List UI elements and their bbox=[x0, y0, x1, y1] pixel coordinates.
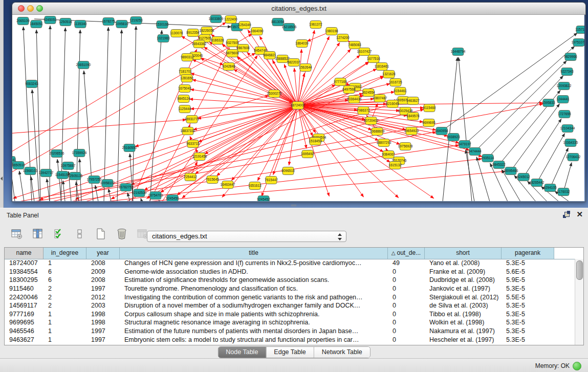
graph-node[interactable]: 1254349 bbox=[238, 21, 251, 29]
graph-node[interactable]: 17957255 bbox=[87, 176, 102, 184]
scrollbar-thumb[interactable] bbox=[576, 260, 583, 280]
graph-node[interactable]: 18265442 bbox=[530, 179, 545, 187]
graph-node[interactable]: 1518453 bbox=[309, 138, 322, 145]
row-height-icon[interactable] bbox=[72, 226, 88, 242]
table-row[interactable]: 946554611997Estimation of the future num… bbox=[5, 327, 575, 336]
graph-node[interactable]: 16463447 bbox=[221, 181, 235, 189]
graph-node[interactable]: 9245452 bbox=[257, 196, 270, 202]
graph-node[interactable]: 1530166 bbox=[156, 21, 169, 29]
graph-node[interactable]: 19751074 bbox=[572, 39, 584, 47]
graph-node[interactable]: 1695492 bbox=[301, 150, 314, 158]
graph-node[interactable]: 1157107 bbox=[576, 26, 584, 34]
graph-node[interactable]: 11568103 bbox=[23, 167, 38, 175]
graph-node[interactable]: 9633715 bbox=[186, 140, 200, 148]
graph-node[interactable]: 1727655 bbox=[558, 111, 571, 118]
graph-node[interactable]: 8912354 bbox=[186, 29, 200, 37]
graph-node[interactable]: 9242848 bbox=[222, 63, 235, 71]
graph-node[interactable]: 1562644 bbox=[299, 64, 312, 72]
graph-node[interactable]: 7485083 bbox=[348, 41, 361, 49]
graph-node[interactable]: 10688609 bbox=[370, 128, 385, 136]
graph-node[interactable]: 7986372 bbox=[357, 107, 370, 115]
graph-node[interactable]: 1616725 bbox=[389, 79, 402, 86]
graph-node[interactable]: 20651090 bbox=[76, 61, 91, 69]
graph-node[interactable]: 1250516 bbox=[59, 18, 72, 26]
graph-node[interactable]: 2065109 bbox=[16, 17, 30, 25]
graph-node[interactable]: 1095810 bbox=[115, 20, 128, 28]
graph-node[interactable]: 1980198 bbox=[325, 28, 338, 35]
graph-node[interactable]: 16782753 bbox=[119, 184, 134, 191]
graph-node[interactable]: 12706432 bbox=[566, 154, 581, 161]
graph-node[interactable]: 9245450 bbox=[166, 195, 179, 202]
table-mode-icon[interactable] bbox=[9, 226, 25, 242]
graph-node[interactable]: 16033809 bbox=[209, 15, 224, 23]
graph-node[interactable]: 9154461 bbox=[394, 87, 407, 95]
table-row[interactable]: 946362711997Embryonic stem cells: a mode… bbox=[5, 335, 575, 344]
graph-node[interactable]: 9846821 bbox=[263, 52, 276, 59]
graph-node[interactable]: 1845051 bbox=[30, 20, 43, 28]
graph-node[interactable]: 16107427 bbox=[357, 48, 372, 56]
graph-node[interactable]: 9245051 bbox=[43, 16, 57, 24]
table-row[interactable]: 969969511998Structural magnetic resonanc… bbox=[5, 318, 575, 327]
table-selector-dropdown[interactable]: citations_edges.txt bbox=[147, 231, 346, 242]
graph-node[interactable]: 19654923 bbox=[404, 127, 419, 135]
table-row[interactable]: 1456911722003Disruption of a novel membe… bbox=[5, 301, 575, 310]
graph-node[interactable]: 1961372 bbox=[309, 21, 322, 29]
table-vertical-scrollbar[interactable] bbox=[575, 259, 583, 345]
graph-node[interactable]: 9227343 bbox=[560, 68, 574, 76]
graph-node[interactable]: 7615645 bbox=[206, 176, 219, 184]
graph-node[interactable]: 5875608 bbox=[226, 50, 239, 57]
graph-node[interactable]: 10807487 bbox=[373, 95, 387, 102]
graph-node[interactable]: 16931771 bbox=[185, 116, 200, 123]
table-row[interactable]: 1830029562008Estimation of significance … bbox=[5, 276, 575, 285]
graph-node[interactable]: 18807293 bbox=[377, 139, 391, 147]
graph-node[interactable]: 9115460 bbox=[423, 104, 436, 112]
graph-node[interactable]: 9474444 bbox=[468, 148, 482, 156]
graph-node[interactable]: 1640954 bbox=[435, 127, 448, 135]
graph-node[interactable]: 1135340 bbox=[74, 20, 87, 28]
graph-node[interactable]: 1244441 bbox=[556, 96, 570, 103]
network-canvas[interactable]: 2065109184505192450511250516113534016782… bbox=[12, 15, 584, 201]
graph-node[interactable]: 9463627 bbox=[406, 97, 420, 105]
column-header-in_degree[interactable]: in_degree bbox=[43, 248, 86, 259]
graph-node[interactable]: 1595833 bbox=[542, 99, 555, 107]
graph-node[interactable]: 20206536 bbox=[50, 150, 64, 158]
graph-node[interactable]: 25300275 bbox=[267, 90, 282, 98]
float-panel-icon[interactable] bbox=[563, 211, 570, 218]
graph-node[interactable]: 1274200 bbox=[336, 34, 350, 42]
graph-node[interactable]: 1130078 bbox=[170, 30, 183, 37]
window-titlebar[interactable]: citations_edges.txt bbox=[12, 3, 585, 15]
column-header-short[interactable]: short bbox=[425, 248, 502, 259]
graph-node[interactable]: 16095466 bbox=[504, 167, 518, 175]
graph-node[interactable]: 1219253 bbox=[129, 17, 143, 25]
graph-node[interactable]: 11816461 bbox=[375, 63, 389, 71]
graph-node[interactable]: 10364335 bbox=[563, 139, 578, 147]
graph-node[interactable]: 8650510 bbox=[12, 162, 25, 169]
graph-node[interactable]: 1664090 bbox=[250, 28, 264, 35]
graph-node[interactable]: 9845124 bbox=[177, 95, 190, 103]
graph-node[interactable]: 8186328 bbox=[211, 37, 224, 45]
table-row[interactable]: 911546021997Tourette syndrome. Phenomeno… bbox=[5, 285, 575, 293]
column-header-year[interactable]: year bbox=[86, 248, 120, 259]
tab-edge-table[interactable]: Edge Table bbox=[266, 347, 314, 358]
graph-node[interactable]: 12505135 bbox=[68, 172, 83, 180]
graph-node[interactable]: 10958107 bbox=[100, 180, 115, 187]
graph-node[interactable]: 3624554 bbox=[362, 89, 375, 97]
graph-node[interactable]: 16448794 bbox=[451, 48, 466, 56]
graph-node[interactable]: 7615447 bbox=[265, 177, 278, 184]
graph-node[interactable]: 12192530 bbox=[132, 189, 147, 197]
graph-node[interactable]: 18837332 bbox=[181, 127, 195, 135]
memory-status-icon[interactable] bbox=[573, 362, 581, 370]
graph-node[interactable]: 6497568 bbox=[342, 86, 356, 94]
graph-node[interactable]: 9777169 bbox=[334, 78, 347, 86]
graph-node[interactable]: 1849578 bbox=[406, 113, 420, 120]
graph-node[interactable]: 20364436 bbox=[347, 96, 362, 103]
graph-node[interactable]: 2935114 bbox=[482, 155, 494, 162]
graph-node[interactable]: 12093822 bbox=[557, 82, 572, 90]
graph-node[interactable]: 1677516 bbox=[367, 55, 380, 63]
graph-node[interactable]: 1125444 bbox=[179, 105, 191, 113]
graph-node[interactable]: 12191458 bbox=[192, 153, 207, 161]
graph-node[interactable]: 9829966 bbox=[564, 53, 577, 61]
table-row[interactable]: 2242004622012Investigating the contribut… bbox=[5, 293, 575, 301]
graph-node[interactable]: 6479197 bbox=[458, 141, 471, 148]
graph-node[interactable]: 1678275 bbox=[102, 18, 115, 26]
